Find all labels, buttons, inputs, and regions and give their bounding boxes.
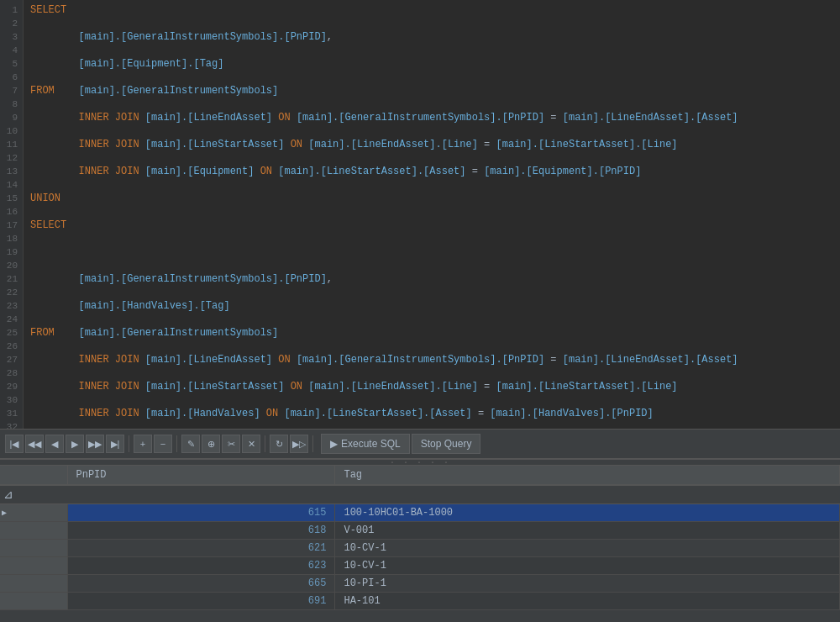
copy-btn[interactable]: ⊕ <box>202 435 220 453</box>
cell-tag: 10-PI-1 <box>335 575 840 593</box>
results-table: PnPID Tag ⊿ ▶615100-10HC01-BA-1000618V-0… <box>0 466 840 610</box>
next-btn[interactable]: ▶ <box>66 435 84 453</box>
cell-tag: HA-101 <box>335 593 840 610</box>
separator-4 <box>312 435 313 452</box>
cell-pnpid: 623 <box>67 557 335 575</box>
table-row[interactable]: 618V-001 <box>0 522 840 540</box>
table-row[interactable]: 62110-CV-1 <box>0 540 840 557</box>
row-indicator-cell <box>0 540 67 557</box>
execute-icon: ▶ <box>330 438 338 450</box>
row-indicator-cell <box>0 522 67 540</box>
results-area: PnPID Tag ⊿ ▶615100-10HC01-BA-1000618V-0… <box>0 466 840 622</box>
stop-label: Stop Query <box>421 438 472 450</box>
column-header-pnpid[interactable]: PnPID <box>67 466 335 485</box>
back-btn[interactable]: ◀◀ <box>25 435 44 453</box>
prev-btn[interactable]: ◀ <box>45 435 64 453</box>
edit-btn[interactable]: ✎ <box>181 435 200 453</box>
table-row[interactable]: ▶615100-10HC01-BA-1000 <box>0 504 840 522</box>
cell-pnpid: 621 <box>67 540 335 557</box>
row-indicator-cell: ▶ <box>0 504 67 522</box>
table-header-row: PnPID Tag <box>0 466 840 485</box>
stop-small-btn[interactable]: ✕ <box>242 435 260 453</box>
execute-sql-button[interactable]: ▶ Execute SQL <box>321 434 410 454</box>
cell-pnpid: 615 <box>67 504 335 522</box>
execute-label: Execute SQL <box>341 438 401 450</box>
filter-indicator-cell: ⊿ <box>0 485 67 504</box>
indicator-header <box>0 466 67 485</box>
refresh-btn[interactable]: ↻ <box>270 435 288 453</box>
cell-tag: 10-CV-1 <box>335 540 840 557</box>
table-row[interactable]: 62310-CV-1 <box>0 557 840 575</box>
settings-btn[interactable]: ▶▷ <box>290 435 308 453</box>
cell-pnpid: 618 <box>67 522 335 540</box>
next-more-btn[interactable]: ▶▶ <box>86 435 104 453</box>
results-table-container[interactable]: PnPID Tag ⊿ ▶615100-10HC01-BA-1000618V-0… <box>0 466 840 622</box>
results-tbody: ▶615100-10HC01-BA-1000618V-00162110-CV-1… <box>0 504 840 610</box>
filter-icon: ⊿ <box>3 488 13 502</box>
toolbar: |◀ ◀◀ ◀ ▶ ▶▶ ▶| + − ✎ ⊕ ✂ ✕ ↻ ▶▷ ▶ Execu… <box>0 429 840 459</box>
filter-row: ⊿ <box>0 485 840 504</box>
column-header-tag[interactable]: Tag <box>335 466 840 485</box>
row-indicator-cell <box>0 557 67 575</box>
cut-btn[interactable]: ✂ <box>222 435 240 453</box>
table-row[interactable]: 66510-PI-1 <box>0 575 840 593</box>
stop-query-button[interactable]: Stop Query <box>412 434 481 454</box>
delete-btn[interactable]: − <box>154 435 172 453</box>
row-arrow-icon: ▶ <box>2 509 7 518</box>
filter-tag-cell <box>335 485 840 504</box>
add-btn[interactable]: + <box>134 435 152 453</box>
row-indicator-cell <box>0 575 67 593</box>
separator-2 <box>176 435 177 452</box>
resizer-divider[interactable]: · · · · · <box>0 459 840 466</box>
cell-tag: 10-CV-1 <box>335 557 840 575</box>
first-btn[interactable]: |◀ <box>5 435 24 453</box>
line-numbers: 12345 678910 1112131415 1617181920 21222… <box>0 0 24 429</box>
cell-tag: V-001 <box>335 522 840 540</box>
code-area[interactable]: SELECT [main].[GeneralInstrumentSymbols]… <box>24 0 840 429</box>
separator-1 <box>129 435 129 452</box>
separator-3 <box>265 435 265 452</box>
last-btn[interactable]: ▶| <box>106 435 124 453</box>
cell-pnpid: 691 <box>67 593 335 610</box>
table-row[interactable]: 691HA-101 <box>0 593 840 610</box>
cell-tag: 100-10HC01-BA-1000 <box>335 504 840 522</box>
filter-pnpid-cell <box>67 485 335 504</box>
sql-editor[interactable]: 12345 678910 1112131415 1617181920 21222… <box>0 0 840 429</box>
row-indicator-cell <box>0 593 67 610</box>
cell-pnpid: 665 <box>67 575 335 593</box>
